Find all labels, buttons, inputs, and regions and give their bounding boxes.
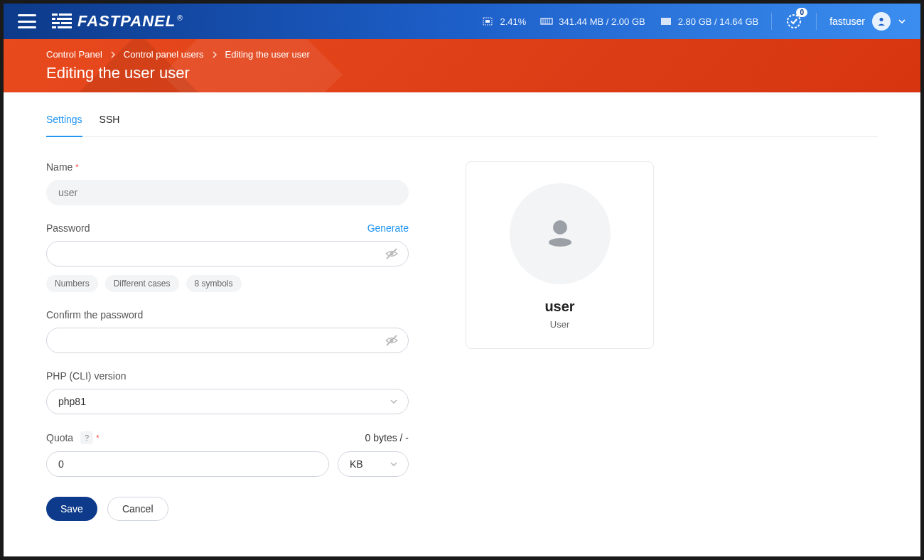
chip: Numbers (46, 275, 98, 292)
breadcrumb: Control Panel Control panel users Editin… (46, 49, 878, 60)
svg-point-21 (553, 220, 567, 235)
tab-ssh[interactable]: SSH (100, 114, 120, 136)
quota-input[interactable] (46, 451, 329, 477)
disk-icon (660, 16, 672, 26)
chip: Different cases (105, 275, 179, 292)
svg-rect-2 (52, 18, 55, 20)
svg-rect-3 (57, 18, 72, 20)
password-label: Password (46, 222, 90, 234)
memory-stat: 341.44 MB / 2.00 GB (540, 16, 645, 27)
topbar: FASTPANEL® 2.41% 341.44 MB / 2.00 GB 2.8… (4, 4, 920, 39)
menu-toggle-button[interactable] (18, 14, 36, 28)
form-actions: Save Cancel (46, 497, 409, 521)
chevron-right-icon (211, 51, 218, 58)
svg-rect-7 (58, 26, 72, 28)
tabs: Settings SSH (46, 114, 878, 137)
user-menu-button[interactable]: fastuser (829, 12, 906, 31)
logo-text: FASTPANEL (77, 12, 176, 30)
cpu-icon (481, 16, 494, 26)
svg-point-16 (880, 18, 883, 21)
breadcrumb-current: Editing the user user (225, 49, 310, 60)
eye-off-icon[interactable] (385, 333, 399, 348)
breadcrumb-link[interactable]: Control Panel (46, 49, 102, 60)
php-version-select[interactable]: php81 (46, 389, 409, 414)
eye-off-icon[interactable] (385, 247, 399, 261)
quota-usage: 0 bytes / - (365, 432, 409, 443)
password-input[interactable] (46, 241, 409, 266)
memory-icon (540, 16, 553, 26)
cpu-value: 2.41% (500, 16, 526, 27)
cancel-button[interactable]: Cancel (107, 497, 168, 521)
avatar-large-icon (510, 183, 611, 284)
divider (816, 13, 817, 30)
form-column: Name* Password Generate (46, 161, 409, 521)
username-label: fastuser (829, 16, 865, 27)
disk-stat: 2.80 GB / 14.64 GB (660, 16, 758, 27)
svg-rect-6 (52, 26, 56, 28)
quota-unit-select[interactable]: KB (338, 451, 409, 477)
quota-label: Quota ? * (46, 431, 99, 444)
logo[interactable]: FASTPANEL® (52, 12, 183, 31)
user-card: user User (466, 161, 654, 349)
password-hints: Numbers Different cases 8 symbols (46, 275, 409, 292)
breadcrumb-link[interactable]: Control panel users (124, 49, 204, 60)
svg-rect-0 (52, 14, 58, 16)
logo-reg-mark: ® (177, 14, 183, 22)
card-username: user (480, 298, 639, 315)
svg-point-15 (788, 15, 800, 28)
svg-line-20 (387, 335, 397, 345)
svg-point-22 (549, 238, 571, 247)
svg-rect-5 (61, 22, 72, 24)
chevron-right-icon (109, 51, 117, 58)
card-role: User (480, 319, 639, 330)
name-label: Name* (46, 161, 79, 173)
chevron-down-icon (898, 17, 906, 26)
main-content: Settings SSH Name* Password Generate (4, 92, 920, 549)
confirm-password-label: Confirm the password (46, 309, 143, 321)
php-label: PHP (CLI) version (46, 370, 127, 382)
page-title: Editing the user user (46, 64, 878, 82)
notification-badge: 0 (796, 8, 807, 17)
tab-settings[interactable]: Settings (46, 114, 82, 136)
notifications-button[interactable]: 0 (785, 12, 803, 31)
svg-line-18 (387, 249, 397, 259)
name-input[interactable] (46, 180, 409, 205)
generate-password-link[interactable]: Generate (367, 222, 409, 234)
confirm-password-input[interactable] (46, 328, 409, 353)
svg-rect-9 (485, 20, 490, 23)
svg-rect-1 (59, 14, 72, 16)
hero-banner: Control Panel Control panel users Editin… (4, 39, 920, 92)
disk-value: 2.80 GB / 14.64 GB (678, 16, 758, 27)
memory-value: 341.44 MB / 2.00 GB (559, 16, 645, 27)
chip: 8 symbols (186, 275, 242, 292)
save-button[interactable]: Save (46, 497, 97, 521)
cpu-stat: 2.41% (481, 16, 526, 27)
svg-rect-10 (541, 18, 552, 24)
quota-help-icon[interactable]: ? (80, 431, 93, 444)
logo-icon (52, 14, 72, 29)
divider (771, 13, 772, 30)
avatar-small-icon (872, 12, 891, 31)
svg-rect-4 (52, 22, 60, 24)
